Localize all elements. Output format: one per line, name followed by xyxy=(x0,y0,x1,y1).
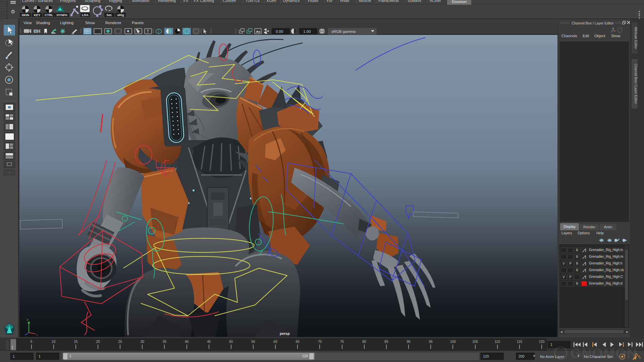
svg-text:sRGB gamma: sRGB gamma xyxy=(331,29,356,34)
svg-text:y: y xyxy=(27,318,29,321)
svg-text:persp: persp xyxy=(280,331,290,336)
svg-text:0.00: 0.00 xyxy=(276,29,283,34)
svg-text:1.00: 1.00 xyxy=(303,29,311,34)
svg-text:T: T xyxy=(147,29,149,34)
svg-text:x: x xyxy=(36,333,38,337)
